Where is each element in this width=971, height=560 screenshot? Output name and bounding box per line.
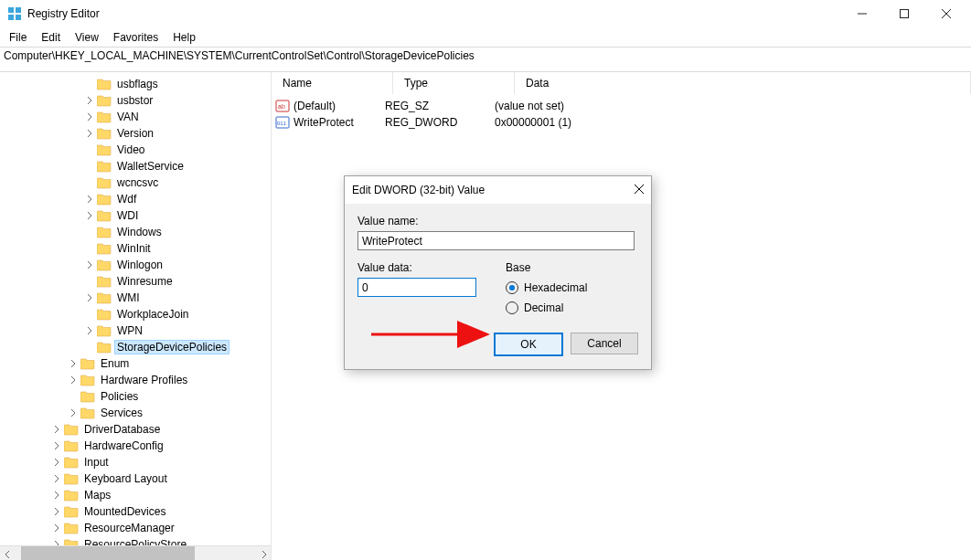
col-type[interactable]: Type bbox=[393, 72, 515, 94]
chevron-right-icon[interactable] bbox=[82, 322, 97, 339]
chevron-right-icon[interactable] bbox=[82, 191, 97, 207]
tree-label: Services bbox=[99, 407, 144, 419]
value-data: 0x00000001 (1) bbox=[495, 116, 971, 129]
chevron-right-icon[interactable] bbox=[82, 92, 97, 109]
col-name[interactable]: Name bbox=[272, 72, 393, 94]
value-row[interactable]: 011WriteProtectREG_DWORD0x00000001 (1) bbox=[272, 114, 971, 131]
tree-node[interactable]: Policies bbox=[0, 388, 271, 405]
chevron-right-icon[interactable] bbox=[82, 290, 97, 306]
chevron-right-icon[interactable] bbox=[49, 503, 64, 520]
tree-node[interactable]: Hardware Profiles bbox=[0, 372, 271, 388]
tree-node[interactable]: StorageDevicePolicies bbox=[0, 339, 271, 355]
tree-node[interactable]: Winlogon bbox=[0, 257, 271, 273]
menu-help[interactable]: Help bbox=[165, 29, 203, 46]
address-bar[interactable]: Computer\HKEY_LOCAL_MACHINE\SYSTEM\Curre… bbox=[0, 47, 971, 72]
chevron-right-icon[interactable] bbox=[49, 536, 64, 545]
radio-icon bbox=[506, 281, 518, 294]
tree-node[interactable]: WPN bbox=[0, 322, 271, 339]
tree-node[interactable]: Wdf bbox=[0, 191, 271, 207]
dialog-close-button[interactable] bbox=[635, 184, 644, 196]
tree[interactable]: usbflagsusbstorVANVersionVideoWalletServ… bbox=[0, 72, 271, 545]
maximize-button[interactable] bbox=[883, 0, 925, 27]
chevron-right-icon[interactable] bbox=[82, 257, 97, 273]
tree-node[interactable]: Services bbox=[0, 405, 271, 421]
minimize-button[interactable] bbox=[841, 0, 883, 27]
folder-icon bbox=[97, 241, 112, 256]
value-name: (Default) bbox=[293, 100, 336, 112]
tree-node[interactable]: Keyboard Layout bbox=[0, 470, 271, 487]
tree-node[interactable]: Version bbox=[0, 125, 271, 142]
tree-node[interactable]: wcncsvc bbox=[0, 174, 271, 191]
tree-node[interactable]: usbflags bbox=[0, 76, 271, 92]
tree-label: StorageDevicePolicies bbox=[115, 341, 229, 354]
svg-rect-1 bbox=[16, 7, 21, 13]
folder-icon bbox=[97, 93, 112, 108]
folder-icon bbox=[80, 356, 95, 371]
folder-icon bbox=[64, 422, 79, 437]
folder-icon bbox=[97, 77, 112, 91]
value-row[interactable]: ab(Default)REG_SZ(value not set) bbox=[272, 98, 971, 114]
tree-node[interactable]: WMI bbox=[0, 290, 271, 306]
chevron-right-icon[interactable] bbox=[82, 125, 97, 142]
chevron-right-icon[interactable] bbox=[82, 109, 97, 125]
folder-icon bbox=[97, 143, 112, 157]
chevron-right-icon[interactable] bbox=[49, 438, 64, 454]
chevron-right-icon[interactable] bbox=[49, 454, 64, 470]
chevron-right-icon[interactable] bbox=[82, 207, 97, 224]
radio-hexadecimal[interactable]: Hexadecimal bbox=[506, 280, 587, 296]
tree-node[interactable]: MountedDevices bbox=[0, 503, 271, 520]
chevron-right-icon[interactable] bbox=[66, 372, 80, 388]
tree-node[interactable]: Input bbox=[0, 454, 271, 470]
value-data-input[interactable] bbox=[357, 278, 476, 297]
tree-node[interactable]: ResourceManager bbox=[0, 520, 271, 536]
tree-label: usbstor bbox=[115, 94, 155, 107]
tree-node[interactable]: DriverDatabase bbox=[0, 421, 271, 438]
cancel-button[interactable]: Cancel bbox=[571, 333, 638, 354]
chevron-right-icon[interactable] bbox=[49, 487, 64, 503]
scroll-thumb[interactable] bbox=[21, 546, 195, 560]
folder-icon bbox=[97, 208, 112, 223]
tree-node[interactable]: Enum bbox=[0, 355, 271, 372]
tree-node[interactable]: WorkplaceJoin bbox=[0, 306, 271, 322]
folder-icon bbox=[97, 126, 112, 141]
ok-button[interactable]: OK bbox=[494, 333, 563, 356]
tree-label: wcncsvc bbox=[115, 176, 160, 189]
menu-favorites[interactable]: Favorites bbox=[106, 29, 165, 46]
col-data[interactable]: Data bbox=[515, 72, 971, 94]
scroll-left-button[interactable] bbox=[0, 546, 16, 560]
svg-rect-0 bbox=[8, 7, 14, 13]
horizontal-scrollbar[interactable] bbox=[0, 545, 271, 560]
tree-node[interactable]: ResourcePolicyStore bbox=[0, 536, 271, 545]
chevron-right-icon[interactable] bbox=[66, 355, 80, 372]
tree-node[interactable]: WinInit bbox=[0, 240, 271, 257]
tree-node[interactable]: VAN bbox=[0, 109, 271, 125]
scroll-right-button[interactable] bbox=[255, 546, 271, 560]
tree-node[interactable]: HardwareConfig bbox=[0, 438, 271, 454]
folder-icon bbox=[64, 521, 79, 535]
tree-label: Winlogon bbox=[115, 259, 165, 271]
tree-node[interactable]: WalletService bbox=[0, 158, 271, 174]
tree-label: Windows bbox=[115, 226, 164, 238]
tree-node[interactable]: Winresume bbox=[0, 273, 271, 290]
menu-edit[interactable]: Edit bbox=[34, 29, 68, 46]
tree-node[interactable]: WDI bbox=[0, 207, 271, 224]
window-title: Registry Editor bbox=[27, 7, 100, 20]
value-name-input[interactable] bbox=[357, 231, 635, 250]
folder-icon bbox=[64, 438, 79, 453]
radio-decimal[interactable]: Decimal bbox=[506, 300, 587, 316]
chevron-right-icon[interactable] bbox=[66, 405, 80, 421]
menu-file[interactable]: File bbox=[2, 29, 34, 46]
dialog-title: Edit DWORD (32-bit) Value bbox=[352, 184, 635, 196]
tree-node[interactable]: usbstor bbox=[0, 92, 271, 109]
folder-icon bbox=[80, 389, 95, 404]
tree-label: Enum bbox=[99, 357, 131, 370]
chevron-right-icon[interactable] bbox=[49, 421, 64, 438]
tree-node[interactable]: Maps bbox=[0, 487, 271, 503]
chevron-right-icon[interactable] bbox=[49, 470, 64, 487]
tree-node[interactable]: Video bbox=[0, 142, 271, 158]
menu-view[interactable]: View bbox=[68, 29, 106, 46]
tree-node[interactable]: Windows bbox=[0, 224, 271, 240]
close-button[interactable] bbox=[925, 0, 967, 27]
chevron-right-icon[interactable] bbox=[49, 520, 64, 536]
dialog-titlebar[interactable]: Edit DWORD (32-bit) Value bbox=[345, 176, 651, 204]
